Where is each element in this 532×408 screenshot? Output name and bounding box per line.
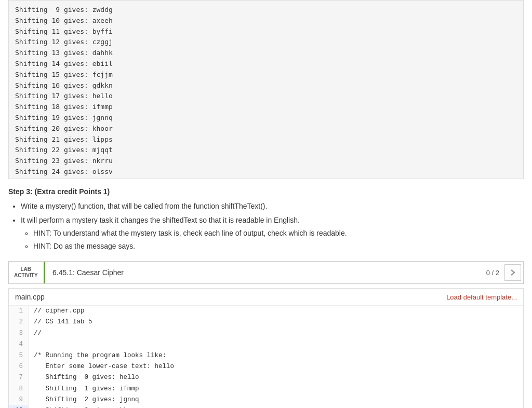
page-container: Shifting 9 gives: zwddg Shifting 10 give… [0, 0, 532, 408]
code-line-1: 1// cipher.cpp [9, 306, 523, 317]
bullet-item-2: It will perform a mystery task it change… [21, 215, 524, 252]
line-number-6: 6 [9, 361, 29, 372]
line-content-3: // [29, 328, 42, 339]
line-number-8: 8 [9, 384, 29, 395]
code-editor: 1// cipher.cpp2// CS 141 lab 53//45/* Ru… [9, 306, 523, 408]
line-number-1: 1 [9, 306, 29, 317]
bullet-list: Write a mystery() function, that will be… [8, 201, 524, 252]
sub-bullet-list: HINT: To understand what the mystery tas… [21, 228, 524, 252]
code-line-8: 8 Shifting 1 gives: ifmmp [9, 384, 523, 395]
lab-activity-bar: LAB ACTIVITY 6.45.1: Caesar Cipher 0 / 2 [8, 261, 524, 284]
line-number-5: 5 [9, 350, 29, 361]
code-line-6: 6 Enter some lower-case text: hello [9, 361, 523, 372]
sub-bullet-2: HINT: Do as the message says. [33, 241, 524, 252]
line-number-7: 7 [9, 372, 29, 383]
step-section: Step 3: (Extra credit Points 1) Write a … [0, 179, 532, 261]
chevron-right-icon [509, 268, 517, 277]
line-number-2: 2 [9, 317, 29, 328]
line-content-2: // CS 141 lab 5 [29, 317, 92, 328]
code-line-2: 2// CS 141 lab 5 [9, 317, 523, 328]
lab-activity-score: 0 / 2 [486, 269, 504, 277]
line-content-9: Shifting 2 gives: jgnnq [29, 395, 139, 405]
lab-activity-title: 6.45.1: Caesar Cipher [45, 268, 486, 277]
code-line-9: 9 Shifting 2 gives: jgnnq [9, 395, 523, 405]
line-content-5: /* Running the program looks like: [29, 350, 166, 361]
line-content-8: Shifting 1 gives: ifmmp [29, 384, 139, 395]
code-line-10: 10 Shifting 3 gives: khoor [9, 405, 523, 408]
editor-panel: main.cpp Load default template... 1// ci… [8, 288, 524, 408]
bullet-item-1: Write a mystery() function, that will be… [21, 201, 524, 212]
code-line-7: 7 Shifting 0 gives: hello [9, 372, 523, 383]
sub-bullet-1: HINT: To understand what the mystery tas… [33, 228, 524, 239]
code-line-5: 5/* Running the program looks like: [9, 350, 523, 361]
code-line-4: 4 [9, 339, 523, 350]
line-number-10: 10 [9, 405, 29, 408]
line-number-4: 4 [9, 339, 29, 350]
line-content-1: // cipher.cpp [29, 306, 85, 317]
step-title: Step 3: (Extra credit Points 1) [8, 187, 524, 196]
code-line-3: 3// [9, 328, 523, 339]
line-content-4 [29, 339, 34, 340]
editor-header: main.cpp Load default template... [9, 289, 523, 306]
lab-activity-label: LAB ACTIVITY [9, 262, 45, 283]
code-output-block: Shifting 9 gives: zwddg Shifting 10 give… [8, 0, 524, 179]
line-content-10: Shifting 3 gives: khoor [29, 405, 139, 408]
lab-activity-icon-btn[interactable] [504, 264, 521, 281]
load-default-link[interactable]: Load default template... [446, 293, 517, 301]
line-content-6: Enter some lower-case text: hello [29, 361, 174, 372]
line-number-3: 3 [9, 328, 29, 339]
line-number-9: 9 [9, 395, 29, 405]
editor-filename: main.cpp [15, 293, 45, 301]
line-content-7: Shifting 0 gives: hello [29, 372, 139, 383]
